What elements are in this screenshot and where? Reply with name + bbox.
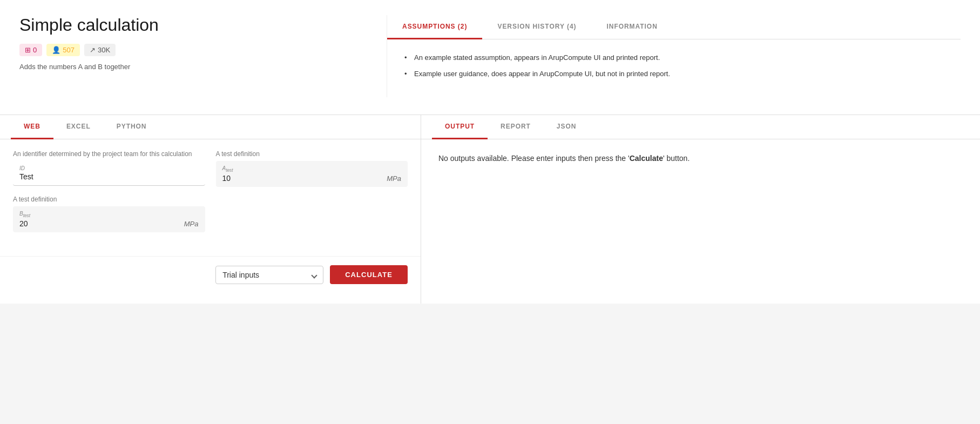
description: Adds the numbers A and B together <box>19 63 387 71</box>
tab-python[interactable]: PYTHON <box>104 115 160 139</box>
input-section: An identifier determined by the project … <box>0 139 421 252</box>
b-input[interactable] <box>19 219 180 228</box>
bottom-section: WEB EXCEL PYTHON An identifier determine… <box>0 115 980 304</box>
trend-icon: ↗ <box>90 46 96 54</box>
a-input[interactable] <box>222 174 383 183</box>
grid-badge: ⊞ 0 <box>19 44 42 56</box>
id-field-wrapper: ID <box>13 161 205 186</box>
id-desc: An identifier determined by the project … <box>13 150 205 158</box>
b-unit: MPa <box>184 220 199 228</box>
bottom-right-tabs: OUTPUT REPORT JSON <box>421 115 980 139</box>
users-badge-value: 507 <box>63 46 75 54</box>
bottom-right-section: OUTPUT REPORT JSON No outputs available.… <box>421 115 980 304</box>
a-field-inner: MPa <box>222 174 402 183</box>
empty-col <box>216 196 408 241</box>
bottom-left-section: WEB EXCEL PYTHON An identifier determine… <box>0 115 421 304</box>
a-unit: MPa <box>387 174 401 183</box>
id-field-label: ID <box>19 165 199 171</box>
top-right-section: ASSUMPTIONS (2) VERSION HISTORY (4) INFO… <box>387 15 961 97</box>
tab-excel[interactable]: EXCEL <box>53 115 104 139</box>
b-input-col: A test definition Btest MPa <box>13 196 205 241</box>
a-field-label: Atest <box>222 165 402 173</box>
badges-row: ⊞ 0 👤 507 ↗ 30K <box>19 44 387 56</box>
top-tabs-header: ASSUMPTIONS (2) VERSION HISTORY (4) INFO… <box>387 15 961 39</box>
tab-report[interactable]: REPORT <box>488 115 544 139</box>
users-badge: 👤 507 <box>46 44 80 56</box>
id-input-col: An identifier determined by the project … <box>13 150 205 196</box>
tab-web[interactable]: WEB <box>11 115 53 139</box>
grid-badge-value: 0 <box>33 46 37 54</box>
page-title: Simple calculation <box>19 15 387 35</box>
bottom-controls: Trial inputs CALCULATE <box>0 256 421 293</box>
output-message-prefix: No outputs available. Please enter input… <box>438 154 630 163</box>
a-field-wrapper: Atest MPa <box>216 161 408 187</box>
trial-inputs-select[interactable]: Trial inputs <box>215 266 323 284</box>
tab-information[interactable]: INFORMATION <box>591 15 672 39</box>
b-field-wrapper: Btest MPa <box>13 206 205 232</box>
trend-badge-value: 30K <box>98 46 110 54</box>
b-desc: A test definition <box>13 196 205 203</box>
a-desc: A test definition <box>216 150 408 158</box>
top-panel: Simple calculation ⊞ 0 👤 507 ↗ 30K Adds … <box>0 0 980 115</box>
tab-version-history[interactable]: VERSION HISTORY (4) <box>482 15 591 39</box>
output-message: No outputs available. Please enter input… <box>438 152 963 164</box>
assumption-item-1: An example stated assumption, appears in… <box>404 52 943 63</box>
id-field-inner <box>19 172 199 181</box>
assumptions-list: An example stated assumption, appears in… <box>404 52 943 79</box>
assumption-item-2: Example user guidance, does appear in Ar… <box>404 69 943 79</box>
b-field-label: Btest <box>19 211 199 218</box>
tab-output[interactable]: OUTPUT <box>432 115 488 139</box>
trial-select-label: Trial inputs <box>222 271 286 279</box>
grid-icon: ⊞ <box>25 46 31 54</box>
tab-assumptions[interactable]: ASSUMPTIONS (2) <box>387 15 482 39</box>
id-input[interactable] <box>19 172 199 181</box>
users-icon: 👤 <box>52 46 60 54</box>
tab-json[interactable]: JSON <box>544 115 590 139</box>
b-input-row: A test definition Btest MPa <box>13 196 408 241</box>
output-message-bold: Calculate <box>630 154 663 163</box>
trend-badge: ↗ 30K <box>84 44 116 56</box>
id-input-row: An identifier determined by the project … <box>13 150 408 196</box>
output-message-suffix: ' button. <box>663 154 690 163</box>
a-input-col: A test definition Atest MPa <box>216 150 408 196</box>
top-left-section: Simple calculation ⊞ 0 👤 507 ↗ 30K Adds … <box>19 15 387 97</box>
b-field-inner: MPa <box>19 219 199 228</box>
chevron-down-icon <box>308 271 316 279</box>
output-content: No outputs available. Please enter input… <box>421 139 980 177</box>
calculate-button[interactable]: CALCULATE <box>330 265 408 284</box>
bottom-left-tabs: WEB EXCEL PYTHON <box>0 115 421 139</box>
assumptions-content: An example stated assumption, appears in… <box>387 39 961 97</box>
